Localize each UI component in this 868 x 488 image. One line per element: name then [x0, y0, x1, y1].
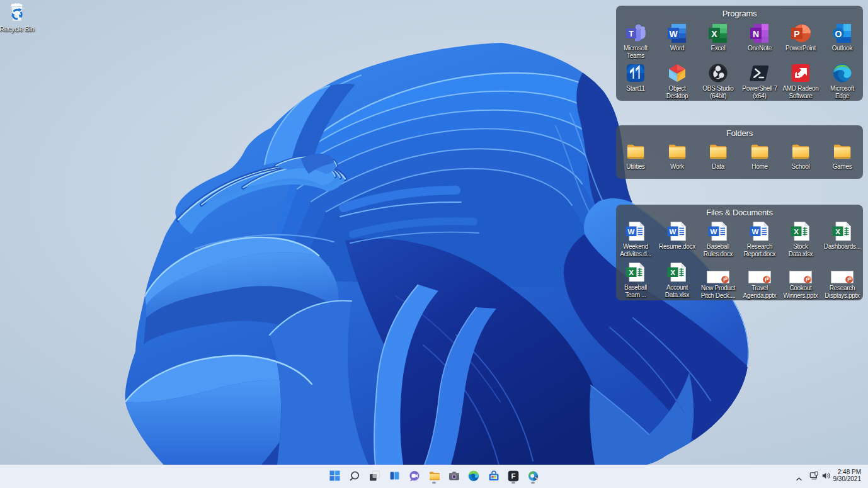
- svg-text:F: F: [511, 472, 515, 480]
